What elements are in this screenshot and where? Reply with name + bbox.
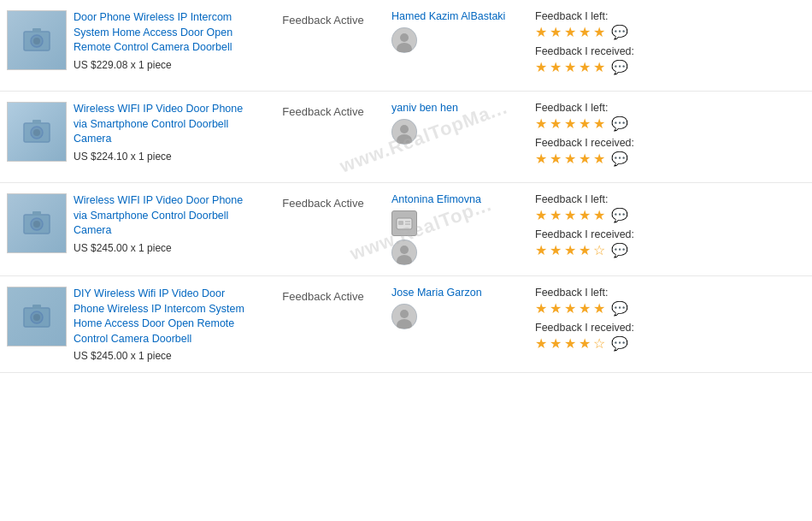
feedback-left-stars: ★★★★★💬 <box>535 24 805 40</box>
table-row: www.RealTop... Wireless WIFI IP Video Do… <box>0 183 812 276</box>
feedback-received-label: Feedback I received: <box>535 137 805 149</box>
buyer-name[interactable]: yaniv ben hen <box>391 102 458 114</box>
buyer-column: Jose Maria Garzon <box>391 287 528 329</box>
feedback-received-section: Feedback I received: ★★★★★💬 <box>535 137 805 167</box>
feedback-left-stars: ★★★★★💬 <box>535 115 805 132</box>
star-icon: ★ <box>535 26 547 39</box>
star-icon: ★ <box>550 26 562 39</box>
star-icon: ★ <box>593 152 605 166</box>
buyer-name[interactable]: Jose Maria Garzon <box>391 287 482 299</box>
svg-rect-17 <box>32 211 41 216</box>
star-icon: ★ <box>550 152 562 166</box>
feedback-left-label: Feedback I left: <box>535 102 805 114</box>
product-price: US $245.00 x 1 piece <box>74 350 255 362</box>
star-icon: ★ <box>564 26 576 39</box>
status-label: Feedback Active <box>282 14 363 27</box>
status-column: Feedback Active <box>255 287 391 303</box>
product-thumbnail <box>7 287 67 346</box>
status-label: Feedback Active <box>282 105 363 118</box>
buyer-name[interactable]: Hamed Kazim AlBastaki <box>391 10 505 22</box>
star-icon: ★ <box>579 244 591 258</box>
chat-bubble-icon[interactable]: 💬 <box>611 24 628 40</box>
product-title[interactable]: DIY Wireless Wifi IP Video Door Phone Wi… <box>74 287 255 346</box>
product-thumbnail <box>7 10 67 70</box>
product-column: DIY Wireless Wifi IP Video Door Phone Wi… <box>7 287 255 362</box>
star-icon: ★ <box>579 209 591 222</box>
feedback-received-label: Feedback I received: <box>535 322 805 334</box>
star-icon: ★ <box>564 117 576 131</box>
buyer-column: yaniv ben hen <box>391 102 528 145</box>
chat-bubble-icon[interactable]: 💬 <box>611 335 628 352</box>
feedback-received-section: Feedback I received: ★★★★☆💬 <box>535 322 805 352</box>
product-thumbnail <box>7 193 67 253</box>
product-info: Door Phone Wireless IP Intercom System H… <box>74 10 255 71</box>
feedback-column: Feedback I left: ★★★★★💬 Feedback I recei… <box>528 193 805 263</box>
feedback-left-stars: ★★★★★💬 <box>535 207 805 223</box>
feedback-left-section: Feedback I left: ★★★★★💬 <box>535 10 805 40</box>
svg-point-5 <box>400 33 409 42</box>
feedback-received-section: Feedback I received: ★★★★☆💬 <box>535 228 805 258</box>
chat-bubble-icon[interactable]: 💬 <box>611 207 628 223</box>
feedback-received-section: Feedback I received: ★★★★★💬 <box>535 45 805 75</box>
chat-bubble-icon[interactable]: 💬 <box>611 300 628 317</box>
buyer-id-icon <box>391 210 417 236</box>
product-column: Wireless WIFI IP Video Door Phone via Sm… <box>7 193 255 254</box>
star-icon: ★ <box>550 209 562 222</box>
star-icon: ★ <box>564 337 576 351</box>
star-icon: ★ <box>564 244 576 258</box>
svg-rect-3 <box>32 28 41 33</box>
star-icon: ★ <box>579 337 591 351</box>
product-column: Wireless WIFI IP Video Door Phone via Sm… <box>7 102 255 163</box>
feedback-table: Door Phone Wireless IP Intercom System H… <box>0 0 812 373</box>
feedback-received-label: Feedback I received: <box>535 228 805 240</box>
star-icon: ★ <box>593 209 605 222</box>
feedback-column: Feedback I left: ★★★★★💬 Feedback I recei… <box>528 10 805 80</box>
star-icon: ☆ <box>593 244 605 258</box>
status-label: Feedback Active <box>282 197 363 210</box>
status-label: Feedback Active <box>282 290 363 303</box>
star-icon: ★ <box>550 244 562 258</box>
product-title[interactable]: Wireless WIFI IP Video Door Phone via Sm… <box>74 102 255 147</box>
product-title[interactable]: Door Phone Wireless IP Intercom System H… <box>74 10 255 56</box>
status-column: Feedback Active <box>255 102 391 118</box>
svg-point-27 <box>33 314 40 321</box>
product-price: US $224.10 x 1 piece <box>74 151 255 163</box>
product-info: DIY Wireless Wifi IP Video Door Phone Wi… <box>74 287 255 362</box>
chat-bubble-icon[interactable]: 💬 <box>611 151 628 167</box>
buyer-column: Antonina Efimovna <box>391 193 528 265</box>
star-icon: ★ <box>535 117 547 131</box>
feedback-left-label: Feedback I left: <box>535 10 805 22</box>
svg-point-30 <box>400 310 409 318</box>
product-info: Wireless WIFI IP Video Door Phone via Sm… <box>74 102 255 163</box>
buyer-name[interactable]: Antonina Efimovna <box>391 193 481 205</box>
product-title[interactable]: Wireless WIFI IP Video Door Phone via Sm… <box>74 193 255 239</box>
star-icon: ★ <box>579 61 591 74</box>
buyer-avatar <box>391 240 417 265</box>
feedback-left-section: Feedback I left: ★★★★★💬 <box>535 193 805 223</box>
product-info: Wireless WIFI IP Video Door Phone via Sm… <box>74 193 255 254</box>
chat-bubble-icon[interactable]: 💬 <box>611 115 628 132</box>
chat-bubble-icon[interactable]: 💬 <box>611 242 628 258</box>
feedback-left-section: Feedback I left: ★★★★★💬 <box>535 102 805 132</box>
feedback-left-section: Feedback I left: ★★★★★💬 <box>535 287 805 317</box>
product-price: US $229.08 x 1 piece <box>74 59 255 71</box>
table-row: Door Phone Wireless IP Intercom System H… <box>0 0 812 92</box>
buyer-avatar <box>391 119 417 145</box>
feedback-received-stars: ★★★★☆💬 <box>535 242 805 258</box>
feedback-received-stars: ★★★★☆💬 <box>535 335 805 352</box>
star-icon: ☆ <box>593 337 605 351</box>
feedback-left-label: Feedback I left: <box>535 287 805 299</box>
product-column: Door Phone Wireless IP Intercom System H… <box>7 10 255 71</box>
table-row: www.RealTopMa... Wireless WIFI IP Video … <box>0 92 812 183</box>
status-column: Feedback Active <box>255 10 391 27</box>
star-icon: ★ <box>564 61 576 74</box>
star-icon: ★ <box>564 302 576 316</box>
svg-point-12 <box>400 125 409 133</box>
chat-bubble-icon[interactable]: 💬 <box>611 59 628 75</box>
star-icon: ★ <box>564 209 576 222</box>
star-icon: ★ <box>579 152 591 166</box>
buyer-avatar <box>391 27 417 53</box>
buyer-avatar <box>391 304 417 329</box>
star-icon: ★ <box>564 152 576 166</box>
star-icon: ★ <box>535 302 547 316</box>
